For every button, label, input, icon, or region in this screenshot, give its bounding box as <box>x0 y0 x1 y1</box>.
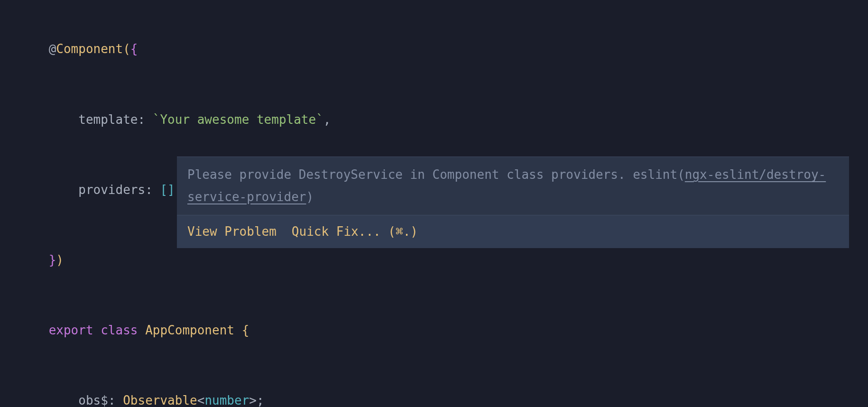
template-string: `Your awesome template` <box>153 112 323 127</box>
code-line-1[interactable]: @Component({ <box>19 14 849 84</box>
tooltip-message: Please provide DestroyService in Compone… <box>177 157 849 215</box>
tooltip-actions: View ProblemQuick Fix... (⌘.) <box>177 215 849 248</box>
type-observable: Observable <box>123 393 197 407</box>
prop-providers: providers <box>78 183 145 197</box>
open-brace: { <box>242 323 249 337</box>
quick-fix-button[interactable]: Quick Fix... (⌘.) <box>292 224 418 239</box>
diagnostic-tooltip: Please provide DestroyService in Compone… <box>177 157 849 248</box>
export-keyword: export <box>49 323 93 337</box>
prop-template: template <box>78 112 138 127</box>
indent <box>49 393 79 407</box>
close-brace: } <box>49 253 56 267</box>
indent <box>49 112 79 127</box>
view-problem-button[interactable]: View Problem <box>187 224 277 239</box>
open-bracket: [ <box>160 183 167 197</box>
type-param-number: number <box>204 393 249 407</box>
indent <box>49 183 79 197</box>
tooltip-eslint-label: eslint <box>633 167 677 182</box>
code-editor-viewport: @Component({ template: `Your awesome tem… <box>19 14 849 407</box>
class-keyword: class <box>101 323 138 337</box>
prop-obs: obs$ <box>78 393 108 407</box>
code-line-6[interactable]: obs$: Observable<number>; <box>19 366 849 407</box>
code-line-5[interactable]: export class AppComponent { <box>19 296 849 366</box>
decorator-at: @ <box>49 42 56 56</box>
tooltip-message-text: Please provide DestroyService in Compone… <box>187 167 633 182</box>
open-brace: { <box>130 42 138 56</box>
class-name: AppComponent <box>145 323 234 337</box>
decorator-name: Component <box>56 42 123 56</box>
code-line-2[interactable]: template: `Your awesome template`, <box>19 84 849 155</box>
open-paren: ( <box>123 42 130 56</box>
close-bracket: ] <box>167 183 175 197</box>
close-paren: ) <box>56 253 64 267</box>
